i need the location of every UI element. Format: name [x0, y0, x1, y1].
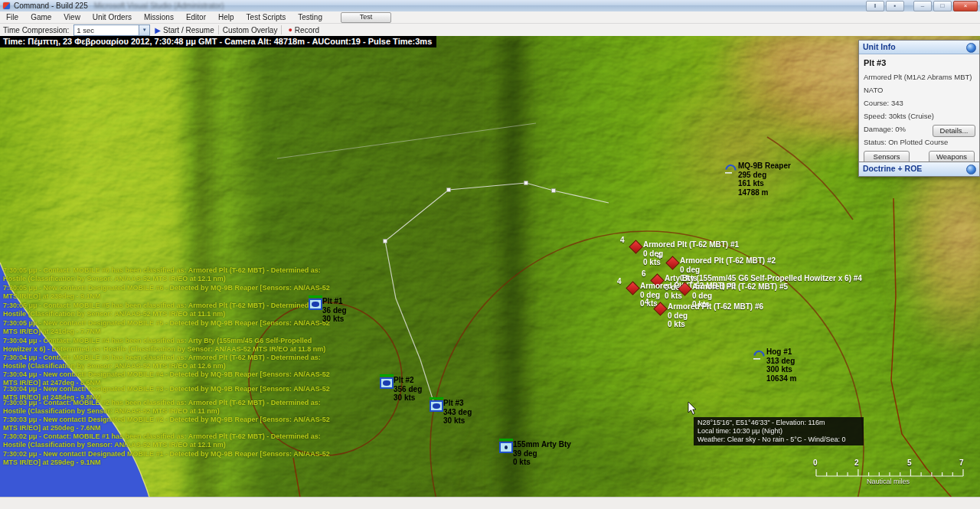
time-compression-label: Time Compression: — [3, 26, 69, 34]
custom-overlay-button[interactable]: Custom Overlay — [223, 26, 278, 34]
unit-label: Plt #2 356 deg 30 kts — [394, 376, 422, 403]
cursor-position: N28°15'16", E51°46'33" - Elevation: 116m — [697, 419, 860, 427]
aircraft-icon[interactable] — [753, 349, 765, 360]
health-bar — [309, 295, 322, 298]
armor-unit-icon[interactable] — [380, 377, 394, 389]
cursor-info-box: N28°15'16", E51°46'33" - Elevation: 116m… — [694, 417, 864, 445]
panel-pin-icon[interactable] — [966, 43, 976, 53]
log-entry: 7:30:03 μμ - New contact! Designated MOB… — [3, 416, 338, 432]
selected-unit-side: NATO — [864, 86, 975, 94]
unit-label: 155mm Arty Bty 39 deg 0 kts — [513, 440, 571, 467]
menu-view[interactable]: View — [57, 11, 87, 23]
selected-unit-course: Course: 343 — [864, 99, 975, 107]
strength-count: 4 — [617, 277, 622, 285]
window-title: Command - Build 225 — [14, 2, 88, 10]
toolbar-separator — [281, 25, 282, 34]
scale-caption: Nautical miles — [842, 478, 934, 485]
status-strip — [0, 497, 980, 509]
record-icon: ● — [288, 26, 292, 34]
start-resume-button[interactable]: Start / Resume — [163, 26, 214, 34]
doctrine-roe-title: Doctrine + ROE — [863, 164, 922, 173]
log-entry: 7:30:04 μμ - New contact! Designated MOB… — [3, 370, 338, 387]
local-time: Local time: 10:30 μμ (Night) — [697, 427, 860, 436]
scale-label: 0 — [813, 458, 818, 467]
log-entry: 7:30:04 μμ - Contact: MOBILE #3 has been… — [3, 354, 338, 370]
minimize-button[interactable]: – — [913, 1, 932, 11]
reference-line — [277, 123, 536, 158]
unit-label: Plt #1 36 deg 30 kts — [322, 297, 347, 324]
menu-help[interactable]: Help — [212, 11, 240, 23]
menu-editor[interactable]: Editor — [180, 11, 212, 23]
log-entry: 7:30:05 μμ - Contact: MOBILE #5 has been… — [3, 302, 338, 318]
time-compression-value: 1 sec — [74, 26, 139, 34]
selected-unit-speed: Speed: 30kts (Cruise) — [864, 112, 975, 120]
toolbar-separator — [218, 25, 219, 34]
strength-count: 4 — [620, 236, 625, 244]
unit-label: MQ-9B Reaper 295 deg 161 kts 14788 m — [738, 162, 791, 197]
health-bar — [380, 374, 394, 377]
menu-unit-orders[interactable]: Unit Orders — [87, 11, 138, 23]
weather: Weather: Clear sky - No rain - 5°C - Win… — [697, 436, 860, 444]
scale-label: 5 — [907, 458, 912, 467]
time-compression-select[interactable]: 1 sec ▼ — [74, 24, 150, 36]
menu-game[interactable]: Game — [24, 11, 57, 23]
waypoint — [552, 189, 556, 193]
unit-info-title: Unit Info — [863, 42, 896, 51]
waypoint — [524, 181, 528, 185]
play-icon: ▶ — [155, 26, 161, 34]
waypoint — [384, 240, 387, 243]
scale-bar-ticks — [816, 469, 963, 476]
scale-label: 2 — [854, 458, 859, 467]
log-entry: 7:30:02 μμ - Contact: MOBILE #1 has been… — [3, 432, 338, 449]
panel-pin-icon[interactable] — [966, 165, 976, 175]
toolbar: Time Compression: 1 sec ▼ ▶ Start / Resu… — [0, 24, 980, 37]
mouse-cursor-icon — [688, 402, 697, 416]
log-entry: 7:30:05 μμ - Contact: MOBILE #6 has been… — [3, 266, 338, 282]
aircraft-icon[interactable] — [724, 163, 737, 174]
title-bar: Command - Build 225 Microsoft Visual Stu… — [0, 0, 980, 12]
titlebar-extra-button-2[interactable]: ▪ — [886, 1, 904, 11]
log-entry: 7:30:04 μμ - Contact: MOBILE #4 has been… — [3, 337, 338, 353]
maximize-button[interactable]: □ — [933, 1, 952, 11]
unit-label: Hog #1 313 deg 300 kts 10634 m — [766, 347, 796, 383]
background-window-title: Microsoft Visual Studio (Administrator) — [94, 2, 224, 10]
menu-test-scripts[interactable]: Test Scripts — [240, 11, 292, 23]
selected-unit-status: Status: On Plotted Course — [864, 138, 975, 146]
armor-unit-icon[interactable] — [309, 299, 322, 310]
test-button[interactable]: Test — [341, 12, 391, 23]
health-bar — [499, 439, 513, 441]
titlebar-gap — [906, 1, 912, 11]
strength-count: 4 — [645, 298, 649, 306]
menu-missions[interactable]: Missions — [138, 11, 180, 23]
range-ring — [430, 231, 864, 498]
plotted-course — [385, 183, 609, 241]
unit-info-header[interactable]: Unit Info — [859, 41, 979, 54]
menu-bar: File Game View Unit Orders Missions Edit… — [0, 11, 980, 24]
scale-label: 7 — [959, 458, 964, 467]
selected-unit-type: Armored Plt (M1A2 Abrams MBT) — [864, 73, 975, 81]
log-entry: 7:30:05 μμ - New contact! Designated MOB… — [3, 319, 338, 335]
armor-unit-icon[interactable] — [430, 400, 443, 412]
titlebar-extra-button-1[interactable]: ‖ — [866, 1, 884, 11]
chevron-down-icon[interactable]: ▼ — [139, 25, 149, 35]
log-entry: 7:30:05 μμ - New contact! Designated MOB… — [3, 284, 338, 300]
health-bar — [430, 397, 443, 400]
artillery-unit-icon[interactable] — [499, 442, 513, 453]
waypoint — [447, 188, 451, 192]
unit-label: Plt #3 343 deg 30 kts — [443, 399, 472, 426]
menu-testing[interactable]: Testing — [292, 11, 328, 23]
record-button[interactable]: Record — [295, 26, 319, 34]
log-entry: 7:30:02 μμ - New contact! Designated MOB… — [3, 450, 338, 466]
details-button[interactable]: Details... — [933, 125, 975, 137]
contact-label: Armored Plt (T-62 MBT) #6 0 deg 0 kts — [668, 302, 763, 329]
doctrine-roe-header[interactable]: Doctrine + ROE — [858, 162, 980, 177]
boundary-line — [891, 198, 952, 498]
sim-time-readout: Time: Πέμπτη, 23 Φεβρουαρίου 2012, 7:30:… — [0, 36, 436, 47]
map-viewport[interactable]: Time: Πέμπτη, 23 Φεβρουαρίου 2012, 7:30:… — [0, 36, 980, 498]
unit-info-panel: Unit Info Plt #3 Armored Plt (M1A2 Abram… — [858, 40, 980, 177]
log-entry: 7:30:03 μμ - Contact: MOBILE #2 has been… — [3, 399, 338, 415]
selected-unit-name: Plt #3 — [864, 58, 975, 67]
strength-count: 6 — [642, 269, 646, 278]
menu-file[interactable]: File — [0, 11, 24, 23]
close-button[interactable]: × — [953, 1, 978, 11]
